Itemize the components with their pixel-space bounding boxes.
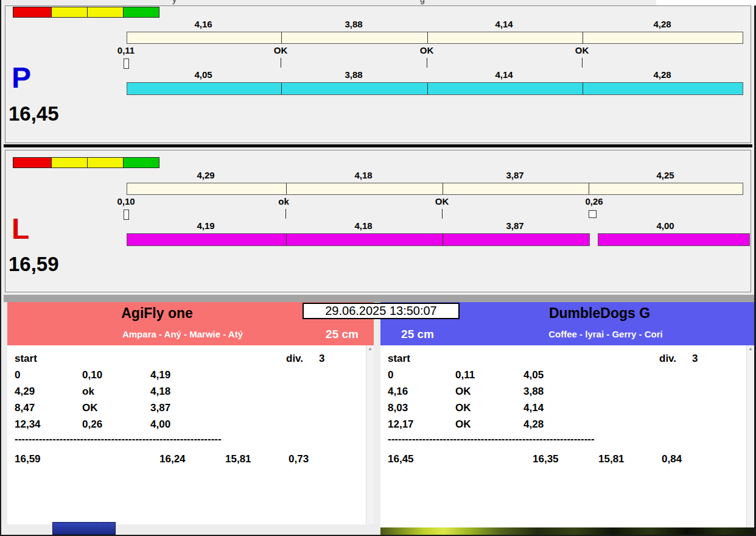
window-border [0,0,1,536]
traffic-light-bar [13,7,159,18]
upper-split-label: 4,18 [354,170,372,180]
result-row: 8,47 OK 3,87 [7,400,374,416]
start-label: start [15,350,37,367]
totals-row: 16,59 16,24 15,81 0,73 [7,451,374,467]
changeover-value: OK [455,383,471,400]
division-value: 3 [692,350,698,367]
dog-split-time: 4,19 [150,367,170,383]
division-tick [583,83,583,94]
changeover-fault-label: 0,26 [585,196,603,206]
changeover-status-label: ok [278,196,289,206]
traffic-red-segment [13,157,52,168]
division-label: div. [286,350,303,367]
result-row: 0 0,11 4,05 [380,367,754,383]
totals-value: 15,81 [598,451,625,467]
traffic-yellow-segment [87,7,124,18]
lower-split-label: 4,28 [653,69,671,80]
dog-split-time: 4,00 [150,416,170,432]
team-left-results: start div. 3 0 0,10 4,19 4,29 ok 4,18 8,… [7,345,374,524]
dog-split-time: 4,14 [523,400,544,416]
datetime-display: 29.06.2025 13:50:07 [303,303,460,319]
totals-value: 15,81 [225,451,251,467]
start-label: start [388,350,410,367]
cumulative-time: 12,17 [388,416,414,432]
totals-value: 16,24 [159,451,186,467]
upper-split-bar [127,183,743,195]
lane-l-total-time: 16,59 [9,254,59,274]
cumulative-time: 0 [388,367,393,383]
team-dog-list: Coffee - lyrai - Gerry - Cori [548,329,663,339]
jump-height-badge: 25 cm [401,328,434,341]
changeover-value: 0,26 [82,416,102,432]
division-tick [427,83,428,94]
top-right-blank-area [656,0,756,5]
vertical-scrollbar[interactable]: ▲ [746,345,754,527]
team-total-time: 16,45 [388,451,414,467]
changeover-value: ok [82,383,94,400]
division-tick [281,83,282,94]
changeover-status-label: OK [274,45,288,55]
team-right-results: start div. 3 0 0,11 4,05 4,16 OK 3,88 8,… [380,345,754,527]
start-offset-label: 0,10 [117,196,135,206]
lower-split-label: 4,14 [495,69,513,80]
timing-app-window: ý g 4,16 3,88 4,14 4,28 0,11 OK OK OK 4,… [0,0,756,536]
lane-l-section: 4,29 4,18 3,87 4,25 0,10 ok OK 0,26 4,19… [5,150,751,292]
changeover-value: 0,10 [82,367,102,383]
scroll-up-icon[interactable]: ▲ [366,345,374,353]
division-value: 3 [319,350,324,367]
cumulative-time: 0 [15,367,20,383]
results-header-row: start div. 3 [7,350,374,367]
window-top-edge: ý g [1,0,656,5]
dog-split-time: 4,18 [150,383,170,400]
lane-l-letter: L [12,214,29,244]
changeover-status-label: OK [420,45,434,55]
totals-value: 16,35 [533,451,559,467]
totals-row: 16,45 16,35 15,81 0,84 [380,451,754,467]
start-offset-label: 0,11 [117,45,135,55]
changeover-tick [442,209,443,219]
division-tick [583,32,583,43]
results-header-row: start div. 3 [380,350,754,367]
dog-split-time: 4,05 [523,367,544,383]
lower-split-label: 4,05 [194,69,212,80]
cumulative-time: 12,34 [15,416,41,432]
traffic-green-segment [123,7,159,18]
upper-split-label: 4,28 [653,19,671,29]
upper-split-label: 4,29 [197,170,214,180]
lane-l-run-bar-segment [127,233,590,246]
cumulative-time: 4,29 [15,383,35,400]
traffic-yellow-segment [87,157,124,168]
taskbar-fragment [52,522,116,535]
changeover-tick [281,58,281,68]
upper-split-label: 3,87 [506,170,523,180]
start-sensor-box [124,210,129,220]
division-tick [589,183,589,194]
changeover-tick [427,58,427,68]
lower-split-label: 3,87 [506,220,523,231]
lane-p-run-bar [127,82,743,95]
dog-split-time: 3,88 [523,383,544,400]
vertical-scrollbar[interactable]: ▲ [366,345,374,524]
changeover-value: OK [455,400,471,416]
lane-divider [4,144,752,147]
upper-split-label: 4,14 [495,19,513,29]
lane-p-section: 4,16 3,88 4,14 4,28 0,11 OK OK OK 4,05 3… [5,5,751,143]
result-row: 8,03 OK 4,14 [380,400,754,416]
traffic-light-bar [13,157,159,168]
clipped-text-fragment: ý [172,0,177,4]
dog-split-time: 3,87 [150,400,170,416]
scroll-up-icon[interactable]: ▲ [747,345,754,353]
team-name: DumbleDogs G [549,305,650,322]
traffic-yellow-segment [51,7,88,18]
result-row: 12,17 OK 4,28 [380,416,754,432]
totals-value: 0,73 [289,451,309,467]
team-dog-list: Ampara - Aný - Marwie - Atý [122,329,243,339]
clipped-text-fragment: g [420,0,425,4]
result-row: 0 0,10 4,19 [7,367,374,383]
team-total-time: 16,59 [15,451,41,467]
jump-height-badge: 25 cm [326,328,359,341]
traffic-green-segment [123,157,159,168]
results-separator: ----------------------------------------… [380,432,754,446]
division-tick [281,32,282,43]
result-row: 12,34 0,26 4,00 [7,416,374,432]
